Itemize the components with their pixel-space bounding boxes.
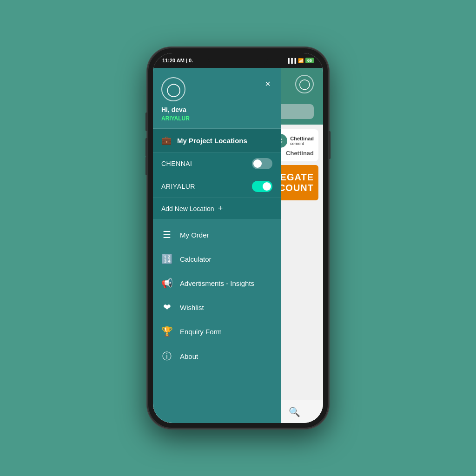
menu-label-calculator: Calculator: [180, 255, 212, 263]
info-icon: ⓘ: [161, 350, 172, 363]
menu-item-calculator[interactable]: 🔢 Calculator: [153, 247, 281, 271]
locations-title: My Project Locations: [177, 137, 247, 145]
toggle-track-ariyalur: [252, 181, 272, 192]
menu-item-my-order[interactable]: ☰ My Order: [153, 223, 281, 247]
signal-icon: ▐▐▐: [286, 58, 296, 63]
battery-icon: 66: [305, 58, 314, 63]
phone-device: 11:20 AM | 0. ▐▐▐ 📶 66 ◯ C Chettin: [147, 47, 329, 429]
menu-label-wishlist: Wishlist: [180, 304, 204, 311]
menu-item-enquiry-form[interactable]: 🏆 Enquiry Form: [153, 319, 281, 344]
drawer-overlay: ◯ Hi, deva ARIYALUR × 💼 My Project Locat…: [153, 68, 323, 423]
plus-icon: +: [218, 204, 223, 213]
user-info: ◯ Hi, deva ARIYALUR: [161, 77, 190, 122]
trophy-icon: 🏆: [161, 326, 172, 337]
toggle-chennai[interactable]: [252, 158, 272, 169]
add-location-button[interactable]: Add New Location +: [153, 198, 281, 219]
heart-icon: ❤: [161, 302, 172, 313]
location-name-chennai: CHENNAI: [161, 160, 192, 167]
toggle-thumb-chennai: [253, 159, 262, 168]
navigation-drawer: ◯ Hi, deva ARIYALUR × 💼 My Project Locat…: [153, 68, 281, 423]
add-location-label: Add New Location: [161, 205, 214, 212]
megaphone-icon: 📢: [161, 278, 172, 289]
menu-item-advertisements[interactable]: 📢 Advertisments - Insights: [153, 271, 281, 295]
calculator-icon: 🔢: [161, 253, 172, 264]
menu-item-wishlist[interactable]: ❤ Wishlist: [153, 295, 281, 319]
status-icons: ▐▐▐ 📶 66: [286, 58, 314, 63]
menu-item-about[interactable]: ⓘ About: [153, 344, 281, 369]
checklist-icon: ☰: [161, 229, 172, 240]
location-item-ariyalur[interactable]: ARIYALUR: [153, 175, 281, 198]
toggle-ariyalur[interactable]: [252, 181, 272, 192]
status-time: 11:20 AM | 0.: [162, 58, 193, 63]
menu-label-advertisements: Advertisments - Insights: [180, 279, 254, 287]
location-name-ariyalur: ARIYALUR: [161, 183, 195, 190]
avatar: ◯: [161, 77, 185, 101]
menu-items-list: ☰ My Order 🔢 Calculator 📢 Advertisments …: [153, 219, 281, 423]
locations-section: 💼 My Project Locations CHENNAI: [153, 129, 281, 219]
user-location: ARIYALUR: [161, 115, 190, 122]
wifi-icon: 📶: [298, 58, 304, 63]
menu-label-enquiry-form: Enquiry Form: [180, 328, 222, 336]
drawer-header: ◯ Hi, deva ARIYALUR ×: [153, 68, 281, 129]
menu-label-my-order: My Order: [180, 231, 209, 239]
toggle-track-chennai: [252, 158, 272, 169]
toggle-thumb-ariyalur: [263, 182, 271, 191]
user-greeting: Hi, deva: [161, 106, 190, 113]
menu-label-about: About: [180, 352, 198, 360]
locations-header: 💼 My Project Locations: [153, 129, 281, 152]
briefcase-icon: 💼: [161, 135, 172, 145]
notch: [208, 53, 268, 65]
phone-screen: 11:20 AM | 0. ▐▐▐ 📶 66 ◯ C Chettin: [153, 53, 323, 423]
close-button[interactable]: ×: [263, 77, 272, 90]
location-item-chennai[interactable]: CHENNAI: [153, 152, 281, 175]
